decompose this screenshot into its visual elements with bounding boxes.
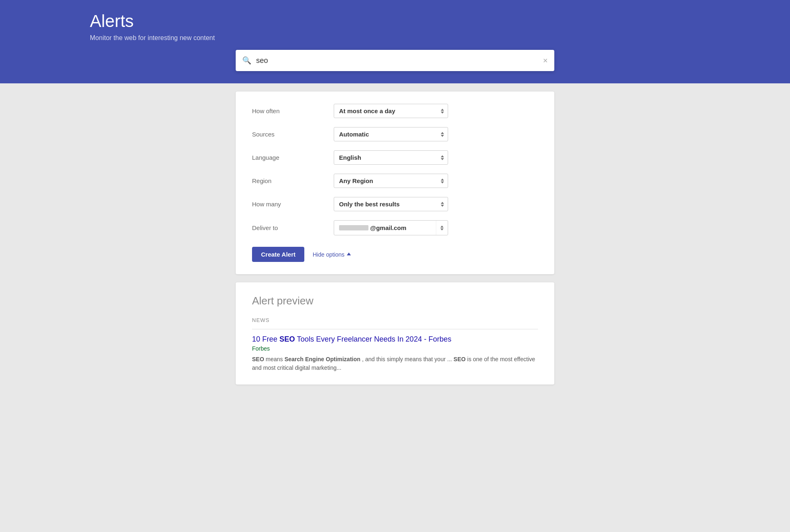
article-snippet: SEO means Search Engine Optimization , a… <box>252 355 538 372</box>
preview-section-label: NEWS <box>252 317 538 323</box>
article-title-keyword: SEO <box>279 335 295 343</box>
region-label: Region <box>252 177 334 184</box>
region-select-wrapper: Any Region United States United Kingdom … <box>334 174 448 188</box>
sources-select-wrapper: Automatic News Blogs Web Video Books Dis… <box>334 127 448 141</box>
clear-icon[interactable]: × <box>543 56 548 65</box>
hide-options-chevron-icon <box>347 253 351 255</box>
deliver-to-content: @gmail.com <box>334 224 436 231</box>
preview-title: Alert preview <box>252 295 538 307</box>
options-card: How often At most once a day As-it-happe… <box>236 92 554 274</box>
how-many-label: How many <box>252 201 334 208</box>
deliver-to-label: Deliver to <box>252 224 334 231</box>
how-many-select-wrapper: Only the best results All results <box>334 197 448 211</box>
search-bar: 🔍 × <box>236 50 554 71</box>
sources-label: Sources <box>252 131 334 138</box>
deliver-to-arrows-btn[interactable] <box>436 221 448 235</box>
action-row: Create Alert Hide options <box>252 247 538 262</box>
how-often-select-wrapper: At most once a day As-it-happens At most… <box>334 104 448 118</box>
language-row: Language English All Languages Spanish F… <box>252 150 538 165</box>
language-label: Language <box>252 154 334 161</box>
header: Alerts Monitor the web for interesting n… <box>0 0 790 83</box>
page-title: Alerts <box>90 11 790 31</box>
how-often-label: How often <box>252 107 334 114</box>
article-title-prefix: 10 Free <box>252 335 279 343</box>
article-title-suffix: Tools Every Freelancer Needs In 2024 - F… <box>295 335 451 343</box>
region-select[interactable]: Any Region United States United Kingdom … <box>334 174 448 188</box>
email-redacted <box>339 225 368 230</box>
hide-options-link[interactable]: Hide options <box>312 251 351 258</box>
snippet-middle: , and this simply means that your ... <box>362 356 452 362</box>
article-title[interactable]: 10 Free SEO Tools Every Freelancer Needs… <box>252 335 538 344</box>
how-many-select[interactable]: Only the best results All results <box>334 197 448 211</box>
snippet-keyword3: SEO <box>453 356 466 362</box>
region-row: Region Any Region United States United K… <box>252 174 538 188</box>
article-source: Forbes <box>252 345 538 352</box>
create-alert-button[interactable]: Create Alert <box>252 247 304 262</box>
deliver-to-row: Deliver to @gmail.com <box>252 220 538 235</box>
preview-divider <box>252 329 538 329</box>
how-often-row: How often At most once a day As-it-happe… <box>252 104 538 118</box>
sources-row: Sources Automatic News Blogs Web Video B… <box>252 127 538 141</box>
main-content: How often At most once a day As-it-happe… <box>0 83 790 401</box>
snippet-keyword2: Search Engine Optimization <box>284 356 360 362</box>
snippet-keyword1: SEO <box>252 356 264 362</box>
preview-card: Alert preview NEWS 10 Free SEO Tools Eve… <box>236 282 554 384</box>
hide-options-label: Hide options <box>312 251 344 258</box>
language-select[interactable]: English All Languages Spanish French Ger… <box>334 150 448 165</box>
page-subtitle: Monitor the web for interesting new cont… <box>90 34 790 42</box>
deliver-to-wrapper: @gmail.com <box>334 220 448 235</box>
sources-select[interactable]: Automatic News Blogs Web Video Books Dis… <box>334 127 448 141</box>
how-often-select[interactable]: At most once a day As-it-happens At most… <box>334 104 448 118</box>
search-input[interactable] <box>256 56 543 65</box>
language-select-wrapper: English All Languages Spanish French Ger… <box>334 150 448 165</box>
search-icon: 🔍 <box>242 56 251 65</box>
how-many-row: How many Only the best results All resul… <box>252 197 538 211</box>
email-suffix: @gmail.com <box>370 224 406 231</box>
